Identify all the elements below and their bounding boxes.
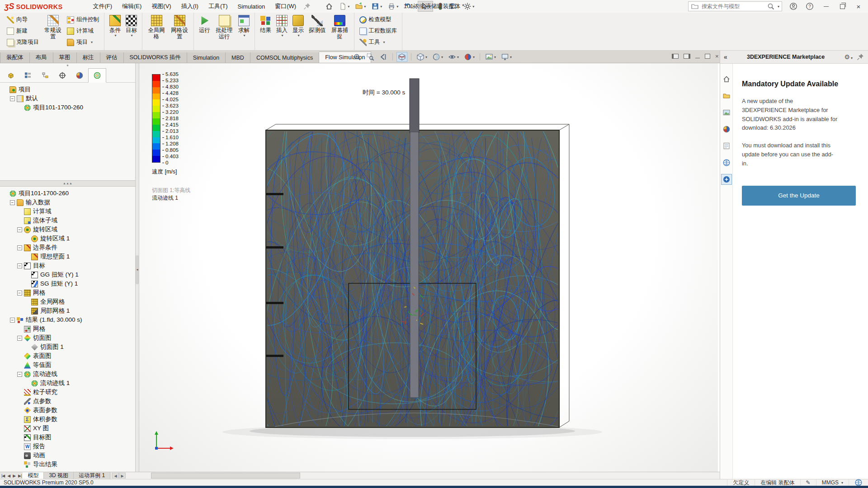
tree-expander[interactable]: − (10, 318, 15, 323)
search-box[interactable]: ▾ (688, 1, 782, 11)
panel-grip[interactable]: ● (0, 63, 135, 68)
tab-simulation[interactable]: Simulation (187, 52, 226, 63)
clone-project-button[interactable]: 克隆项目 (5, 37, 41, 48)
tree-item[interactable]: −切面图 (1, 333, 134, 343)
horizontal-scrollbar[interactable]: ◀▶ (112, 472, 720, 479)
view-palette-icon[interactable] (721, 107, 732, 118)
tree-item[interactable]: 表面图 (1, 352, 134, 361)
tree-expander[interactable]: − (17, 291, 22, 296)
solve-caret-icon[interactable]: ▾ (243, 33, 245, 38)
tree-item[interactable]: −流动迹线 (1, 370, 134, 379)
global-mesh-button[interactable]: 全局网格 (146, 14, 167, 40)
insert-button[interactable]: 插入▾ (274, 14, 289, 38)
configuration-manager-tab[interactable] (37, 68, 54, 82)
tree-item[interactable]: −网格 (1, 288, 134, 297)
edit-appearance-icon[interactable]: ▾ (462, 52, 476, 62)
component-control-button[interactable]: 组件控制 (65, 14, 101, 25)
search-input[interactable] (701, 3, 765, 10)
tree-item[interactable]: 项目101-1700-260 (1, 189, 134, 198)
tree-item[interactable]: 目标图 (1, 433, 134, 442)
tree-expander[interactable]: − (17, 372, 22, 377)
run-button[interactable]: 运行 (197, 14, 212, 33)
tab-标注[interactable]: 标注 (77, 52, 100, 63)
last-sheet-button[interactable]: ▶| (17, 474, 23, 478)
doc-tab-模型[interactable]: 模型 (23, 472, 44, 479)
display-manager-tab[interactable] (71, 68, 88, 82)
status-tag-icon[interactable] (849, 479, 868, 486)
previous-sheet-button[interactable]: ◀ (6, 474, 11, 478)
tree-item[interactable]: XY 图 (1, 424, 134, 433)
zoom-to-area-icon[interactable] (365, 52, 376, 62)
tree-expander[interactable]: − (17, 336, 22, 341)
agitator-shaft-top[interactable] (410, 79, 419, 133)
batch-run-button[interactable]: 批处理运行 (213, 14, 235, 40)
feature-manager-tree-tab[interactable] (2, 68, 19, 82)
tree-splitter[interactable]: ▲▲▲ (0, 180, 135, 187)
pane-restore-icon[interactable] (705, 54, 710, 59)
dropdown-caret-icon[interactable]: ▾ (396, 5, 398, 9)
tree-expander[interactable]: − (17, 245, 22, 250)
dock-right-icon[interactable] (684, 54, 690, 59)
status-units-selector[interactable]: MMGS▾ (816, 479, 849, 486)
custom-properties-icon[interactable] (721, 141, 732, 151)
dropdown-caret-icon[interactable]: ▾ (425, 55, 427, 59)
user-account-icon[interactable] (788, 1, 798, 11)
tree-item[interactable]: −边界条件 (1, 243, 134, 252)
minimize-button[interactable] (821, 1, 831, 11)
tab-布局[interactable]: 布局 (30, 52, 53, 63)
display-button[interactable]: 显示▾ (291, 14, 306, 38)
3dexperience-marketplace-icon[interactable] (721, 174, 732, 185)
search-icon[interactable] (767, 2, 775, 10)
computational-domain-button[interactable]: 计算域 (65, 25, 101, 37)
tree-item[interactable]: 粒子研究 (1, 388, 134, 397)
tree-item[interactable]: 导出结果 (1, 460, 134, 469)
help-icon[interactable]: ? (805, 1, 815, 11)
tree-expander[interactable]: − (10, 96, 15, 101)
pin-icon[interactable] (303, 2, 311, 10)
tree-item[interactable]: 网格 (1, 324, 134, 333)
tree-item[interactable]: 项目 (1, 85, 134, 94)
agitator-shaft[interactable] (410, 132, 419, 398)
design-library-icon[interactable] (721, 90, 732, 101)
tab-评估[interactable]: 评估 (100, 52, 124, 63)
tree-item[interactable]: −结果 (1.fld, 30.000 s) (1, 315, 134, 324)
tools-button[interactable]: 工具▾ (358, 37, 399, 48)
solve-button[interactable]: 求解▾ (236, 14, 251, 38)
tree-item[interactable]: 报告 (1, 442, 134, 451)
mesh-settings-button[interactable]: 网格设置 (169, 14, 190, 40)
tree-item[interactable]: 全局网格 (1, 297, 134, 306)
hide-show-items-icon[interactable]: ▾ (447, 52, 460, 62)
conditions-button[interactable]: 条件▾ (108, 14, 123, 38)
menu-item[interactable]: 编辑(E) (117, 0, 146, 13)
search-caret-icon[interactable]: ▾ (778, 5, 779, 9)
tree-expander[interactable]: − (17, 263, 22, 268)
screen-capture-button[interactable]: 屏幕捕捉 (329, 14, 351, 40)
new-project-button[interactable]: 新建 (5, 25, 41, 37)
pane-minimize-icon[interactable] (695, 58, 700, 58)
appearances-scenes-icon[interactable] (721, 124, 732, 135)
save-button[interactable]: ▾ (369, 1, 384, 12)
check-model-button[interactable]: 检查模型 (358, 14, 399, 25)
tree-item[interactable]: 表面参数 (1, 406, 134, 415)
panel-resize-strip[interactable]: ◂ (136, 63, 139, 472)
display-caret-icon[interactable]: ▾ (297, 33, 299, 38)
pane-settings-gear-icon[interactable]: ⚙▾ (844, 53, 853, 61)
section-view-icon[interactable] (396, 52, 407, 62)
doc-tab-3d-视图[interactable]: 3D 视图 (44, 472, 74, 479)
solidworks-forum-icon[interactable] (721, 157, 732, 168)
project-caret-icon[interactable]: ▾ (91, 40, 93, 44)
tab-solidworks-插件[interactable]: SOLIDWORKS 插件 (124, 52, 187, 63)
apply-scene-icon[interactable]: ▾ (484, 52, 497, 62)
previous-view-icon[interactable] (378, 52, 389, 62)
get-update-button[interactable]: Get the Update (742, 186, 856, 206)
project-button[interactable]: 项目▾ (65, 37, 101, 48)
insert-caret-icon[interactable]: ▾ (281, 33, 283, 38)
flow-simulation-tree-tab[interactable] (88, 68, 106, 83)
tree-item[interactable]: −输入数据 (1, 198, 134, 207)
tree-item[interactable]: −默认 (1, 94, 134, 103)
first-sheet-button[interactable]: |◀ (0, 474, 6, 478)
solidworks-resources-icon[interactable] (721, 74, 732, 84)
display-style-icon[interactable]: ▾ (431, 52, 444, 62)
menu-item[interactable]: Simulation (233, 1, 270, 12)
dropdown-caret-icon[interactable]: ▾ (472, 5, 474, 9)
